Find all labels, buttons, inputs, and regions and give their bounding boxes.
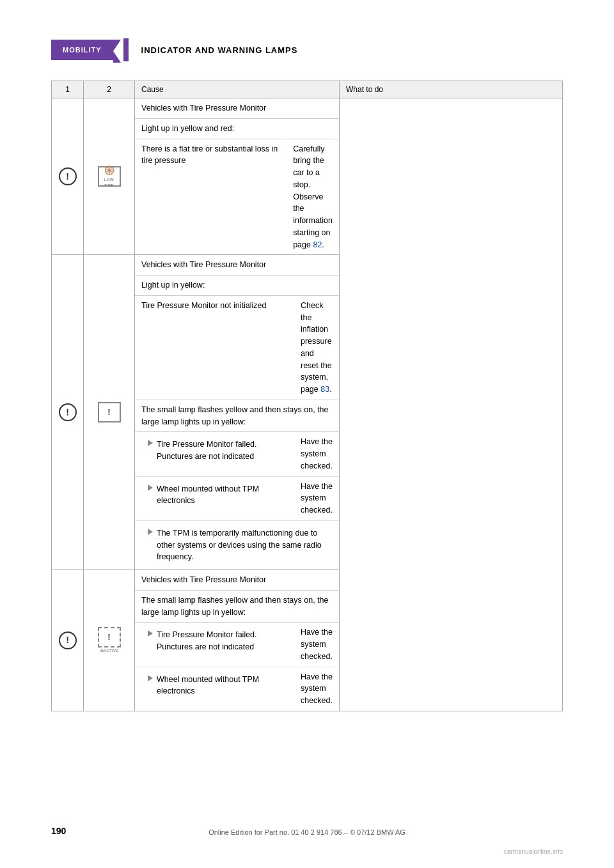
inactive-label: INACTIVE <box>99 648 118 654</box>
what-tpm-init: Check the inflation pressure and reset t… <box>294 295 339 399</box>
inner-row: Vehicles with Tire Pressure Monitor <box>135 255 339 275</box>
bullet-text: Wheel mounted without TPM electronics <box>157 483 288 508</box>
bullet-icon <box>148 675 153 681</box>
icon1-cell-2: ! <box>52 255 84 570</box>
exclaim-icon-3: ! <box>59 632 77 649</box>
small-lamp-header-3: The small lamp flashes yellow and then s… <box>135 590 339 623</box>
inner-row: Tire Pressure Monitor failed. Punctures … <box>135 432 339 476</box>
light-subheader-1: Light up in yellow and red: <box>135 118 339 139</box>
icon1-wrapper-3: ! <box>58 632 77 649</box>
section-title: INDICATOR AND WARNING LAMPS <box>141 45 298 55</box>
exclaim-icon-2: ! <box>59 403 77 421</box>
inner-table-3: Vehicles with Tire Pressure Monitor The … <box>135 570 339 711</box>
tpm-icon-box: ! <box>98 402 121 422</box>
inner-row: Vehicles with Tire Pressure Monitor <box>135 98 339 118</box>
inner-row: There is a flat tire or substantial loss… <box>135 139 339 254</box>
table-row: ! 🛞 LOW TIRE Vehicles <box>52 98 563 255</box>
inner-row: Wheel mounted without TPM electronics Ha… <box>135 476 339 520</box>
light-subheader-2: Light up in yellow: <box>135 275 339 296</box>
footer-copyright: Online Edition for Part no. 01 40 2 914 … <box>209 828 405 836</box>
cause-cell-3: Vehicles with Tire Pressure Monitor The … <box>135 570 340 711</box>
mobility-label: MOBILITY <box>63 46 102 54</box>
col4-header: What to do <box>340 81 563 98</box>
inner-row: Vehicles with Tire Pressure Monitor <box>135 570 339 590</box>
vehicles-header-2: Vehicles with Tire Pressure Monitor <box>135 255 339 275</box>
icon2-cell: 🛞 LOW TIRE <box>84 98 135 255</box>
vehicles-label-1: Vehicles with Tire Pressure Monitor <box>141 104 266 112</box>
inner-row: The small lamp flashes yellow and then s… <box>135 590 339 623</box>
bullet-item: Tire Pressure Monitor failed. Punctures … <box>141 629 288 653</box>
cause-r3-wheel: Wheel mounted without TPM electronics <box>135 667 294 711</box>
inner-table-2: Vehicles with Tire Pressure Monitor Ligh… <box>135 255 339 570</box>
icon2-wrapper-2: ! <box>90 402 128 422</box>
icon1-cell: ! <box>52 98 84 255</box>
bullet-item: The TPM is temporarily malfunctioning du… <box>141 527 333 563</box>
bullet-text: The TPM is temporarily malfunctioning du… <box>157 527 333 563</box>
cause-tpm-init: Tire Pressure Monitor not initialized <box>135 295 294 399</box>
what-r3-wheel: Have the system checked. <box>294 667 339 711</box>
col1-header: 1 <box>52 81 84 98</box>
page83-link[interactable]: 83 <box>320 385 329 394</box>
page-header: MOBILITY INDICATOR AND WARNING LAMPS <box>51 38 563 61</box>
icon2-wrapper: 🛞 LOW TIRE <box>90 166 128 187</box>
what-tpm-failed: Have the system checked. <box>294 432 339 476</box>
cause-tpm-failed: Tire Pressure Monitor failed. Punctures … <box>135 432 294 476</box>
inner-row: Light up in yellow: <box>135 275 339 296</box>
cause-tpm-wheel: Wheel mounted without TPM electronics <box>135 476 294 520</box>
icon1-cell-3: ! <box>52 570 84 711</box>
bullet-icon <box>148 529 153 535</box>
icon2-cell-3: ! INACTIVE <box>84 570 135 711</box>
bullet-icon <box>148 630 153 637</box>
inner-row: The TPM is temporarily malfunctioning du… <box>135 520 339 570</box>
icon2-cell-2: ! <box>84 255 135 570</box>
cause-tpm-malfunction: The TPM is temporarily malfunctioning du… <box>135 520 339 570</box>
table-header-row: 1 2 Cause What to do <box>52 81 563 98</box>
bullet-text: Wheel mounted without TPM electronics <box>157 674 288 698</box>
table-row: ! ! Vehicles with Tire Pressure Moni <box>52 255 563 570</box>
what-tpm-wheel: Have the system checked. <box>294 476 339 520</box>
cause-r3-failed: Tire Pressure Monitor failed. Punctures … <box>135 623 294 667</box>
inactive-icon-box: ! <box>98 627 121 647</box>
vehicles-header-1: Vehicles with Tire Pressure Monitor <box>135 98 339 118</box>
bullet-icon <box>148 440 153 446</box>
cause-cell-1: Vehicles with Tire Pressure Monitor Ligh… <box>135 98 340 255</box>
inactive-exclaim-symbol: ! <box>107 631 110 644</box>
low-tire-label: LOW TIRE <box>99 177 120 189</box>
table-row: ! ! INACTIVE Vehicles wi <box>52 570 563 711</box>
bullet-text: Tire Pressure Monitor failed. Punctures … <box>157 629 288 653</box>
icon2-wrapper-3: ! INACTIVE <box>90 627 128 654</box>
purple-divider <box>123 38 129 61</box>
bullet-text: Tire Pressure Monitor failed. Punctures … <box>157 438 288 463</box>
bullet-item: Wheel mounted without TPM electronics <box>141 483 288 508</box>
what-text-1: Carefully bring the car to a stop. Obser… <box>287 139 339 254</box>
mobility-tab: MOBILITY <box>51 40 113 60</box>
inner-row: Wheel mounted without TPM electronics Ha… <box>135 667 339 711</box>
tpm-exclaim-symbol: ! <box>107 406 110 419</box>
inner-row: The small lamp flashes yellow and then s… <box>135 399 339 432</box>
page82-link[interactable]: 82 <box>313 240 322 249</box>
main-table: 1 2 Cause What to do ! 🛞 LOW T <box>51 81 563 711</box>
bullet-item: Tire Pressure Monitor failed. Punctures … <box>141 438 288 463</box>
tire-icon-symbol: 🛞 <box>104 164 114 177</box>
exclaim-icon: ! <box>59 167 77 185</box>
inner-row: Light up in yellow and red: <box>135 118 339 139</box>
watermark: carmanualonline.info <box>504 848 563 855</box>
small-lamp-header: The small lamp flashes yellow and then s… <box>135 399 339 432</box>
what-r3-failed: Have the system checked. <box>294 623 339 667</box>
low-tire-icon-box: 🛞 LOW TIRE <box>98 166 121 187</box>
cause-text-1: There is a flat tire or substantial loss… <box>135 139 287 254</box>
inner-row: Tire Pressure Monitor not initialized Ch… <box>135 295 339 399</box>
cause-cell-2: Vehicles with Tire Pressure Monitor Ligh… <box>135 255 340 570</box>
icon1-wrapper: ! <box>58 167 77 185</box>
bullet-item: Wheel mounted without TPM electronics <box>141 674 288 698</box>
col2-header: 2 <box>84 81 135 98</box>
vehicles-header-3: Vehicles with Tire Pressure Monitor <box>135 570 339 590</box>
page-number: 190 <box>51 826 66 836</box>
icon1-wrapper-2: ! <box>58 403 77 421</box>
inner-table-1: Vehicles with Tire Pressure Monitor Ligh… <box>135 98 339 254</box>
inner-row: Tire Pressure Monitor failed. Punctures … <box>135 623 339 667</box>
bullet-icon <box>148 484 153 491</box>
col3-header: Cause <box>135 81 340 98</box>
page-container: MOBILITY INDICATOR AND WARNING LAMPS 1 2… <box>0 0 614 868</box>
